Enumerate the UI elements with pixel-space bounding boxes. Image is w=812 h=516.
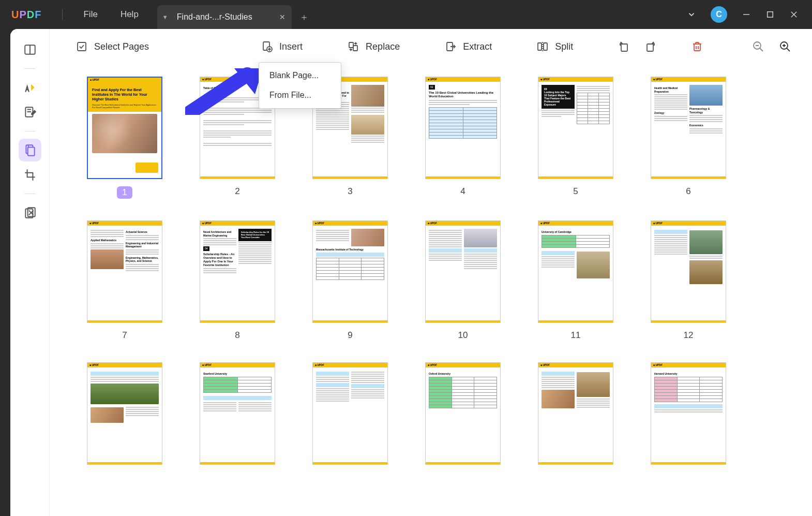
- chevron-down-icon[interactable]: [687, 10, 696, 19]
- extract-label: Extract: [463, 41, 492, 52]
- user-avatar[interactable]: C: [711, 6, 727, 23]
- svg-rect-14: [78, 42, 86, 51]
- page-thumb-12[interactable]: [651, 220, 726, 323]
- insert-blank-page[interactable]: Blank Page...: [259, 66, 341, 85]
- page-thumb-5[interactable]: 03Looking Into the Top 10 Subject Majors…: [538, 77, 613, 179]
- crop-icon[interactable]: [19, 164, 41, 186]
- organize-pages-icon[interactable]: [19, 139, 41, 161]
- window-controls: C: [687, 6, 799, 23]
- comment-icon[interactable]: [19, 76, 41, 99]
- rotate-left-button[interactable]: [612, 36, 635, 57]
- divider: [24, 131, 36, 131]
- content-area: Select Pages Insert Replace Extract Spli…: [50, 29, 812, 516]
- page-number: 8: [235, 330, 239, 341]
- page-number: 3: [348, 186, 352, 197]
- tab-dropdown-icon[interactable]: ▼: [162, 14, 168, 20]
- select-pages-button[interactable]: Select Pages: [65, 36, 159, 57]
- page-thumb-9[interactable]: Massachusetts Institute of Technology: [312, 220, 388, 323]
- svg-rect-23: [544, 43, 547, 50]
- tab-label: Find-and-...r-Studies: [177, 12, 252, 22]
- page-thumb-1[interactable]: Find and Apply For the Best Institutes I…: [87, 77, 162, 179]
- split-label: Split: [555, 41, 573, 52]
- divider: [62, 9, 63, 20]
- svg-rect-19: [349, 42, 353, 48]
- zoom-in-button[interactable]: [774, 36, 796, 57]
- select-pages-label: Select Pages: [94, 41, 149, 52]
- svg-rect-9: [27, 148, 34, 156]
- insert-dropdown: Blank Page... From File...: [259, 62, 341, 109]
- page-thumb-8[interactable]: Naval Architecture and Marine Engineerin…: [200, 220, 275, 323]
- extract-button[interactable]: Extract: [434, 36, 502, 57]
- new-tab-button[interactable]: ＋: [292, 5, 317, 29]
- svg-rect-20: [353, 46, 357, 51]
- page-number: 10: [458, 330, 468, 341]
- page-number: 1: [117, 186, 132, 199]
- svg-rect-22: [538, 43, 542, 50]
- page1-title: Find and Apply For the Best Institutes I…: [92, 87, 157, 101]
- menu-help[interactable]: Help: [109, 6, 150, 23]
- zoom-out-button[interactable]: [747, 36, 770, 57]
- titlebar: UPDF File Help ▼ Find-and-...r-Studies ✕…: [0, 0, 812, 29]
- page-number: 7: [122, 330, 127, 341]
- tab-strip: ▼ Find-and-...r-Studies ✕ ＋: [157, 0, 687, 29]
- insert-from-file[interactable]: From File...: [259, 85, 341, 105]
- page5-heading: Looking Into the Top 10 Subject Majors T…: [544, 91, 570, 106]
- page-thumb-15[interactable]: [312, 362, 388, 465]
- divider: [24, 194, 36, 194]
- page-toolbar: Select Pages Insert Replace Extract Spli…: [50, 29, 812, 64]
- divider: [24, 68, 36, 69]
- page-thumb-6[interactable]: Health and Medical Preparation Zoology P…: [651, 77, 726, 179]
- menu-file[interactable]: File: [72, 6, 109, 23]
- page-number: 2: [235, 186, 239, 197]
- page-number: 5: [573, 186, 578, 197]
- page-number: 4: [460, 186, 465, 197]
- close-button[interactable]: [789, 10, 799, 19]
- svg-line-29: [760, 48, 763, 51]
- svg-rect-25: [621, 44, 627, 51]
- page8-heading: Scholarship Rules - An Overview and How …: [203, 253, 236, 268]
- edit-icon[interactable]: [19, 101, 41, 124]
- page4-heading: The 10 Best Global Universities Leading …: [429, 91, 497, 99]
- tab-close-icon[interactable]: ✕: [279, 13, 285, 21]
- page-number: 9: [348, 330, 352, 341]
- page-number: 11: [571, 330, 581, 341]
- workspace: Select Pages Insert Replace Extract Spli…: [10, 29, 812, 516]
- maximize-button[interactable]: [765, 10, 775, 19]
- svg-rect-26: [647, 44, 653, 51]
- redact-icon[interactable]: [19, 201, 41, 224]
- delete-button[interactable]: [686, 36, 709, 57]
- page-thumb-18[interactable]: Harvard University: [651, 362, 726, 465]
- page-thumb-4[interactable]: 02 The 10 Best Global Universities Leadi…: [425, 77, 501, 179]
- page-thumb-16[interactable]: Oxford University: [425, 362, 501, 465]
- tab-active[interactable]: ▼ Find-and-...r-Studies ✕: [157, 5, 292, 29]
- page-thumb-11[interactable]: University of Cambridge: [538, 220, 613, 323]
- minimize-button[interactable]: [742, 10, 751, 19]
- page-thumb-17[interactable]: [538, 362, 613, 465]
- insert-label: Insert: [279, 41, 303, 52]
- page-thumb-10[interactable]: [425, 220, 501, 323]
- svg-rect-27: [694, 44, 700, 51]
- page-thumb-7[interactable]: Applied Mathematics Actuarial Science En…: [87, 220, 162, 323]
- page-thumb-14[interactable]: Stanford University: [200, 362, 275, 465]
- svg-rect-1: [768, 12, 773, 18]
- replace-button[interactable]: Replace: [337, 36, 410, 57]
- page-number: 6: [686, 186, 690, 197]
- split-button[interactable]: Split: [526, 36, 583, 57]
- page1-subtitle: Discover The Best Educational Institutes…: [92, 104, 157, 109]
- rotate-right-button[interactable]: [639, 36, 662, 57]
- sidebar: [10, 29, 50, 516]
- page-thumb-13[interactable]: [87, 362, 162, 465]
- svg-line-32: [787, 48, 790, 51]
- insert-button[interactable]: Insert: [250, 36, 313, 57]
- replace-label: Replace: [366, 41, 400, 52]
- page-number: 12: [684, 330, 694, 341]
- reader-mode-icon[interactable]: [19, 38, 41, 61]
- thumbnail-grid: Find and Apply For the Best Institutes I…: [50, 64, 812, 516]
- app-logo: UPDF: [11, 9, 41, 21]
